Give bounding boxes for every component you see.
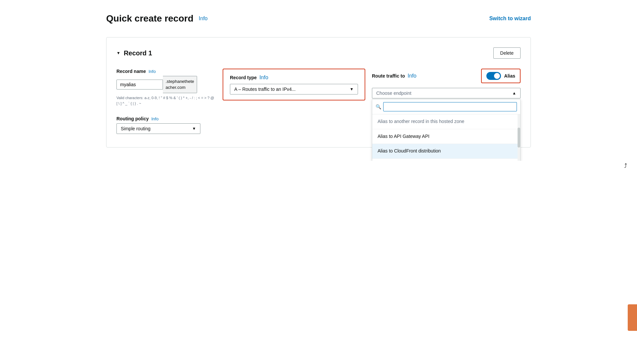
scrollbar-track xyxy=(518,114,520,161)
routing-policy-info-link[interactable]: Info xyxy=(151,116,159,121)
route-traffic-info-link[interactable]: Info xyxy=(408,73,417,79)
valid-chars-text: Valid characters: a-z, 0-9, ! " # $ % & … xyxy=(116,95,216,106)
page-header: Quick create record Info Switch to wizar… xyxy=(106,13,531,24)
endpoint-placeholder: Choose endpoint xyxy=(376,91,411,96)
header-info-link[interactable]: Info xyxy=(199,16,208,22)
record-type-label: Record type Info xyxy=(230,75,358,81)
header-left: Quick create record Info xyxy=(106,13,208,24)
page-container: Quick create record Info Switch to wizar… xyxy=(86,0,551,161)
routing-policy-select[interactable]: Simple routing ▼ xyxy=(116,123,200,134)
record-name-label: Record name Info xyxy=(116,69,216,74)
dropdown-item-cloudfront[interactable]: Alias to CloudFront distribution xyxy=(372,144,520,159)
routing-policy-arrow-icon: ▼ xyxy=(192,126,196,131)
record-type-box: Record type Info A – Routes traffic to a… xyxy=(223,69,365,100)
collapse-icon[interactable]: ▼ xyxy=(116,51,120,55)
record-type-info-link[interactable]: Info xyxy=(259,75,268,81)
record-type-arrow-icon: ▼ xyxy=(350,87,354,91)
dropdown-item-another-record[interactable]: Alias to another record in this hosted z… xyxy=(372,114,520,129)
name-input-row: .stephanetheteacher.com xyxy=(116,76,216,93)
page-title: Quick create record xyxy=(106,13,193,24)
endpoint-arrow-icon: ▲ xyxy=(512,91,516,95)
record-name-info-link[interactable]: Info xyxy=(149,69,156,74)
record-title-row: ▼ Record 1 xyxy=(116,49,152,57)
switch-wizard-link[interactable]: Switch to wizard xyxy=(489,16,531,22)
scrollbar-thumb[interactable] xyxy=(518,128,520,148)
search-row: 🔍 xyxy=(372,99,520,114)
delete-button[interactable]: Delete xyxy=(493,47,521,59)
record-type-selected-value: A – Routes traffic to an IPv4... xyxy=(234,87,296,92)
alias-toggle[interactable] xyxy=(486,72,501,80)
route-traffic-header: Route traffic to Info xyxy=(372,73,416,79)
form-row: Record name Info .stephanetheteacher.com… xyxy=(116,69,521,106)
record-title: Record 1 xyxy=(124,49,152,57)
search-icon: 🔍 xyxy=(376,104,381,109)
record-type-select[interactable]: A – Routes traffic to an IPv4... ▼ xyxy=(230,84,358,94)
endpoint-container: Choose endpoint ▲ 🔍 Alias t xyxy=(372,88,521,98)
domain-suffix: .stephanetheteacher.com xyxy=(163,76,197,93)
dropdown-items: Alias to another record in this hosted z… xyxy=(372,114,520,161)
route-traffic-group: Route traffic to Info Alias Choose e xyxy=(372,69,521,98)
endpoint-select-btn[interactable]: Choose endpoint ▲ xyxy=(372,88,521,98)
route-traffic-label: Route traffic to xyxy=(372,73,405,79)
endpoint-search-input[interactable] xyxy=(383,102,517,111)
dropdown-items-wrapper: Alias to another record in this hosted z… xyxy=(372,114,520,161)
alias-toggle-box: Alias xyxy=(481,69,521,83)
record-name-group: Record name Info .stephanetheteacher.com… xyxy=(116,69,216,106)
endpoint-dropdown: 🔍 Alias to another record in this hosted… xyxy=(372,99,521,161)
record-section: ▼ Record 1 Delete Record name Info .step… xyxy=(106,37,531,148)
toggle-slider xyxy=(486,72,501,80)
record-type-group: Record type Info A – Routes traffic to a… xyxy=(223,69,365,100)
routing-policy-selected: Simple routing xyxy=(121,126,151,131)
dropdown-item-api-gateway[interactable]: Alias to API Gateway API xyxy=(372,129,520,144)
dropdown-item-elastic-beanstalk[interactable]: Alias to Elastic Beanstalk environment xyxy=(372,159,520,161)
record-name-input[interactable] xyxy=(116,80,163,90)
alias-label: Alias xyxy=(504,73,515,79)
record-section-header: ▼ Record 1 Delete xyxy=(116,47,521,59)
